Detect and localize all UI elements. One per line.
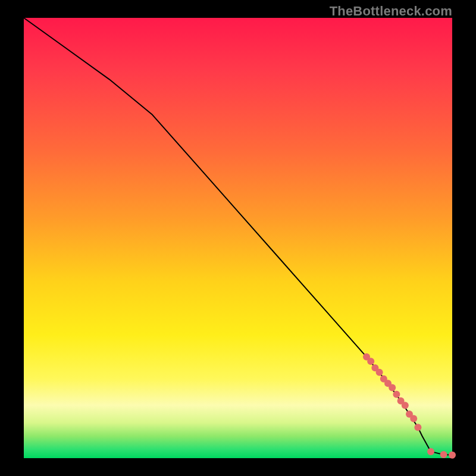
- chart-points: [363, 353, 456, 459]
- data-point: [393, 391, 400, 398]
- data-point: [389, 384, 396, 392]
- data-point: [410, 415, 417, 422]
- data-point: [414, 424, 421, 431]
- data-point: [427, 448, 434, 455]
- chart-line: [24, 18, 452, 455]
- watermark-text: TheBottleneck.com: [330, 4, 452, 19]
- data-point: [440, 451, 447, 458]
- data-point: [367, 358, 374, 365]
- data-point: [449, 452, 456, 459]
- plot-area: [24, 18, 452, 458]
- data-point: [376, 369, 383, 376]
- data-point: [402, 402, 409, 409]
- chart-svg: [24, 18, 452, 458]
- chart-frame: TheBottleneck.com: [0, 0, 476, 476]
